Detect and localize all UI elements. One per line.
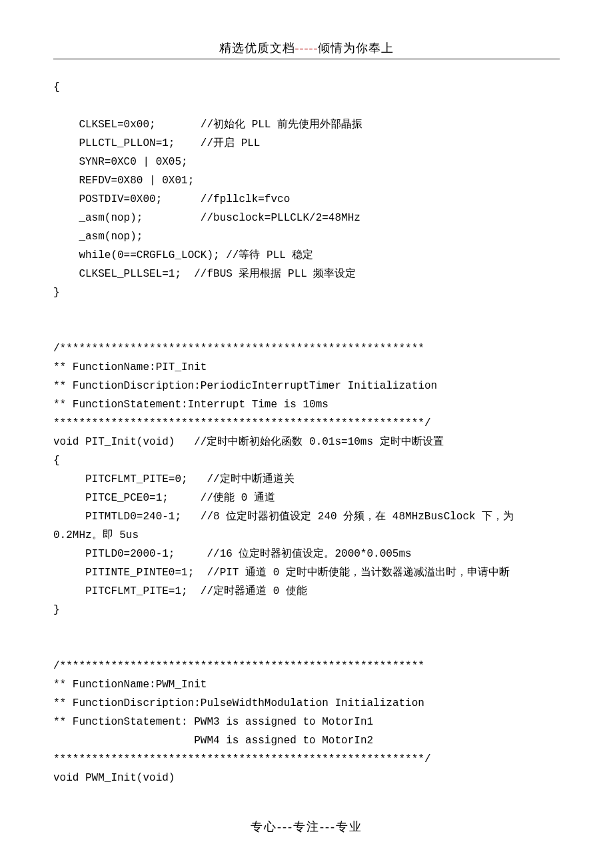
code-line: ****************************************…	[53, 753, 431, 765]
code-line: ** FunctionName:PWM_Init	[53, 679, 207, 691]
header-prefix: 精选优质文档	[219, 41, 295, 55]
code-line: PITCFLMT_PITE=1; //定时器通道 0 使能	[53, 585, 307, 597]
code-line: ** FunctionStatement:Interrupt Time is 1…	[53, 399, 328, 411]
code-line: POSTDIV=0X00; //fpllclk=fvco	[53, 193, 290, 205]
code-line: ****************************************…	[53, 417, 431, 429]
code-line: PITCFLMT_PITE=0; //定时中断通道关	[53, 473, 295, 485]
page-footer: 专心---专注---专业	[0, 819, 613, 835]
code-line: void PWM_Init(void)	[53, 772, 175, 784]
document-page: 精选优质文档-----倾情为你奉上 { CLKSEL=0x00; //初始化 P…	[0, 0, 613, 814]
code-line: /***************************************…	[53, 343, 424, 355]
code-line: PITINTE_PINTE0=1; //PIT 通道 0 定时中断使能，当计数器…	[53, 567, 510, 579]
code-line: CLKSEL_PLLSEL=1; //fBUS 采用根据 PLL 频率设定	[53, 268, 356, 280]
code-content: { CLKSEL=0x00; //初始化 PLL 前先使用外部晶振 PLLCTL…	[53, 78, 560, 787]
code-line: _asm(nop); //busclock=PLLCLK/2=48MHz	[53, 212, 360, 224]
code-line: }	[53, 604, 60, 616]
code-line: }	[53, 287, 60, 299]
header-separator: -----	[295, 41, 318, 55]
header-divider	[53, 59, 560, 59]
code-line: PITMTLD0=240-1; //8 位定时器初值设定 240 分频，在 48…	[53, 511, 514, 523]
code-line: /***************************************…	[53, 660, 424, 672]
footer-text: 专心---专注---专业	[251, 820, 362, 833]
code-line: PITCE_PCE0=1; //使能 0 通道	[53, 492, 275, 504]
code-line: ** FunctionDiscription:PeriodicInterrupt…	[53, 380, 437, 392]
header-suffix: 倾情为你奉上	[318, 41, 394, 55]
code-line: CLKSEL=0x00; //初始化 PLL 前先使用外部晶振	[53, 119, 362, 131]
code-line: _asm(nop);	[53, 231, 143, 243]
code-line: SYNR=0XC0 | 0X05;	[53, 156, 188, 168]
code-line: ** FunctionStatement: PWM3 is assigned t…	[53, 716, 373, 728]
code-line: ** FunctionDiscription:PulseWidthModulat…	[53, 697, 424, 709]
code-line: {	[53, 81, 60, 93]
code-line: PITLD0=2000-1; //16 位定时器初值设定。2000*0.005m…	[53, 548, 412, 560]
page-header: 精选优质文档-----倾情为你奉上	[53, 40, 560, 59]
code-line: while(0==CRGFLG_LOCK); //等待 PLL 稳定	[53, 249, 313, 261]
code-line: PLLCTL_PLLON=1; //开启 PLL	[53, 137, 260, 149]
code-line: void PIT_Init(void) //定时中断初始化函数 0.01s=10…	[53, 436, 444, 448]
code-line: 0.2MHz。即 5us	[53, 529, 139, 541]
code-line: ** FunctionName:PIT_Init	[53, 361, 207, 373]
code-line: {	[53, 455, 60, 467]
code-line: REFDV=0X80 | 0X01;	[53, 175, 194, 187]
code-line: PWM4 is assigned to MotorIn2	[53, 735, 373, 747]
